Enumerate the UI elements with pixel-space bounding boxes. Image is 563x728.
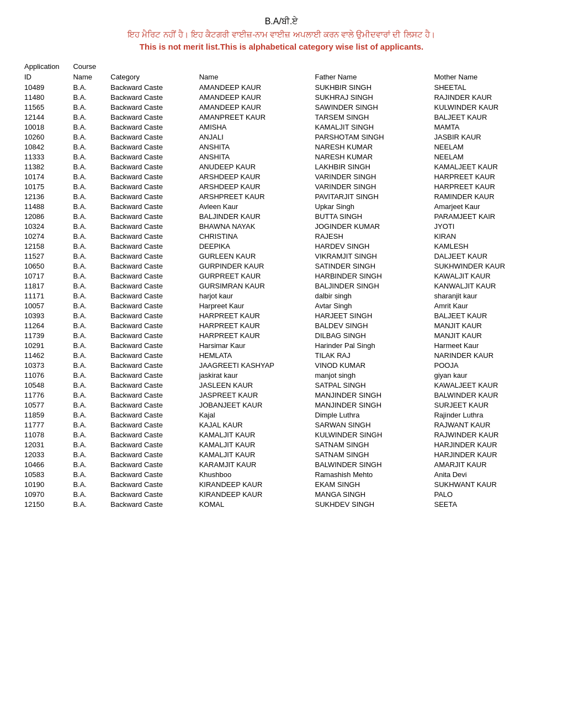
- cell-category: Backward Caste: [108, 191, 196, 201]
- cell-category: Backward Caste: [108, 499, 196, 509]
- cell-father: VINOD KUMAR: [313, 360, 432, 370]
- cell-category: Backward Caste: [108, 440, 196, 449]
- cell-course: B.A.: [71, 430, 108, 440]
- cell-mother: giyan kaur: [432, 370, 541, 380]
- cell-father: SATPAL SINGH: [313, 380, 432, 390]
- cell-id: 10373: [22, 360, 71, 370]
- cell-id: 10274: [22, 231, 71, 241]
- cell-name: jaskirat kaur: [197, 370, 313, 380]
- cell-father: KAMALJIT SINGH: [313, 122, 432, 132]
- cell-name: GURLEEN KAUR: [197, 251, 313, 261]
- cell-father: BUTTA SINGH: [313, 211, 432, 221]
- cell-mother: BALWINDER KAUR: [432, 390, 541, 400]
- cell-mother: HARJINDER KAUR: [432, 449, 541, 459]
- cell-father: MANGA SINGH: [313, 489, 432, 499]
- cell-course: B.A.: [71, 132, 108, 142]
- table-row: 12136B.A.Backward CasteARSHPREET KAURPAV…: [22, 191, 541, 201]
- cell-category: Backward Caste: [108, 479, 196, 489]
- table-row: 11078B.A.Backward CasteKAMALJIT KAURKULW…: [22, 430, 541, 440]
- cell-course: B.A.: [71, 102, 108, 112]
- cell-category: Backward Caste: [108, 102, 196, 112]
- table-row: 10583B.A.Backward CasteKhushbooRamashish…: [22, 469, 541, 479]
- cell-course: B.A.: [71, 201, 108, 211]
- cell-id: 12144: [22, 112, 71, 122]
- cell-category: Backward Caste: [108, 370, 196, 380]
- cell-id: 11264: [22, 320, 71, 330]
- cell-father: MANJINDER SINGH: [313, 390, 432, 400]
- cell-mother: Anita Devi: [432, 469, 541, 479]
- cell-father: NARESH KUMAR: [313, 152, 432, 162]
- cell-name: ARSHDEEP KAUR: [197, 172, 313, 181]
- cell-mother: KANWALJIT KAUR: [432, 281, 541, 291]
- cell-id: 12136: [22, 191, 71, 201]
- cell-name: Khushboo: [197, 469, 313, 479]
- cell-mother: RAJWINDER KAUR: [432, 430, 541, 440]
- cell-father: PARSHOTAM SINGH: [313, 132, 432, 142]
- cell-name: KARAMJIT KAUR: [197, 459, 313, 469]
- cell-category: Backward Caste: [108, 162, 196, 172]
- cell-id: 11462: [22, 350, 71, 360]
- cell-mother: AMARJIT KAUR: [432, 459, 541, 469]
- col-subheader-mother: Mother Name: [432, 72, 541, 82]
- col-header-father: [313, 61, 432, 72]
- cell-id: 11333: [22, 152, 71, 162]
- cell-mother: RAJINDER KAUR: [432, 92, 541, 102]
- cell-id: 10842: [22, 142, 71, 152]
- table-row: 10291B.A.Backward CasteHarsimar KaurHari…: [22, 340, 541, 350]
- cell-course: B.A.: [71, 469, 108, 479]
- cell-category: Backward Caste: [108, 142, 196, 152]
- cell-course: B.A.: [71, 370, 108, 380]
- cell-id: 10190: [22, 479, 71, 489]
- cell-course: B.A.: [71, 172, 108, 181]
- cell-father: JOGINDER KUMAR: [313, 221, 432, 231]
- cell-category: Backward Caste: [108, 469, 196, 479]
- cell-course: B.A.: [71, 420, 108, 430]
- col-subheader-name: Name: [71, 72, 108, 82]
- cell-id: 12033: [22, 449, 71, 459]
- cell-name: AMANDEEP KAUR: [197, 102, 313, 112]
- cell-mother: SUKHWINDER KAUR: [432, 261, 541, 271]
- cell-mother: Harmeet Kaur: [432, 340, 541, 350]
- table-row: 12086B.A.Backward CasteBALJINDER KAURBUT…: [22, 211, 541, 221]
- cell-course: B.A.: [71, 261, 108, 271]
- cell-id: 10583: [22, 469, 71, 479]
- cell-name: Harpreet Kaur: [197, 301, 313, 311]
- cell-id: 11859: [22, 410, 71, 420]
- col-header-course: Course: [71, 61, 108, 72]
- table-row: 10489B.A.Backward CasteAMANDEEP KAURSUKH…: [22, 82, 541, 92]
- cell-father: BALWINDER SINGH: [313, 459, 432, 469]
- cell-mother: HARPREET KAUR: [432, 172, 541, 181]
- cell-category: Backward Caste: [108, 330, 196, 340]
- cell-id: 11078: [22, 430, 71, 440]
- cell-father: NARESH KUMAR: [313, 142, 432, 152]
- cell-mother: PALO: [432, 489, 541, 499]
- cell-category: Backward Caste: [108, 311, 196, 320]
- cell-id: 11488: [22, 201, 71, 211]
- cell-id: 10548: [22, 380, 71, 390]
- cell-category: Backward Caste: [108, 449, 196, 459]
- cell-id: 10175: [22, 181, 71, 191]
- cell-id: 11527: [22, 251, 71, 261]
- title-punjabi: ਇਹ ਮੈਰਿਟ ਨਹੀਂ ਹੈ। ਇਹ ਕੈਟਗਰੀ ਵਾਈਜ਼-ਨਾਮ ਵਾ…: [22, 30, 541, 40]
- table-row: 10057B.A.Backward CasteHarpreet KaurAvta…: [22, 301, 541, 311]
- cell-course: B.A.: [71, 330, 108, 340]
- cell-category: Backward Caste: [108, 459, 196, 469]
- cell-id: 10489: [22, 82, 71, 92]
- cell-course: B.A.: [71, 350, 108, 360]
- cell-father: LAKHBIR SINGH: [313, 162, 432, 172]
- table-header: Application Course ID Name Category Name…: [22, 61, 541, 82]
- cell-name: KAMALJIT KAUR: [197, 430, 313, 440]
- cell-name: JAAGREETI KASHYAP: [197, 360, 313, 370]
- cell-mother: KULWINDER KAUR: [432, 102, 541, 112]
- cell-course: B.A.: [71, 211, 108, 221]
- table-row: 10190B.A.Backward CasteKIRANDEEP KAUREKA…: [22, 479, 541, 489]
- cell-id: 10018: [22, 122, 71, 132]
- cell-course: B.A.: [71, 380, 108, 390]
- cell-father: SARWAN SINGH: [313, 420, 432, 430]
- table-row: 10717B.A.Backward CasteGURPREET KAURHARB…: [22, 271, 541, 281]
- cell-category: Backward Caste: [108, 390, 196, 400]
- page-header: B.A/ਬੀ.ਏ ਇਹ ਮੈਰਿਟ ਨਹੀਂ ਹੈ। ਇਹ ਕੈਟਗਰੀ ਵਾਈ…: [22, 17, 541, 51]
- cell-father: dalbir singh: [313, 291, 432, 301]
- table-row: 11777B.A.Backward CasteKAJAL KAURSARWAN …: [22, 420, 541, 430]
- table-row: 10174B.A.Backward CasteARSHDEEP KAURVARI…: [22, 172, 541, 181]
